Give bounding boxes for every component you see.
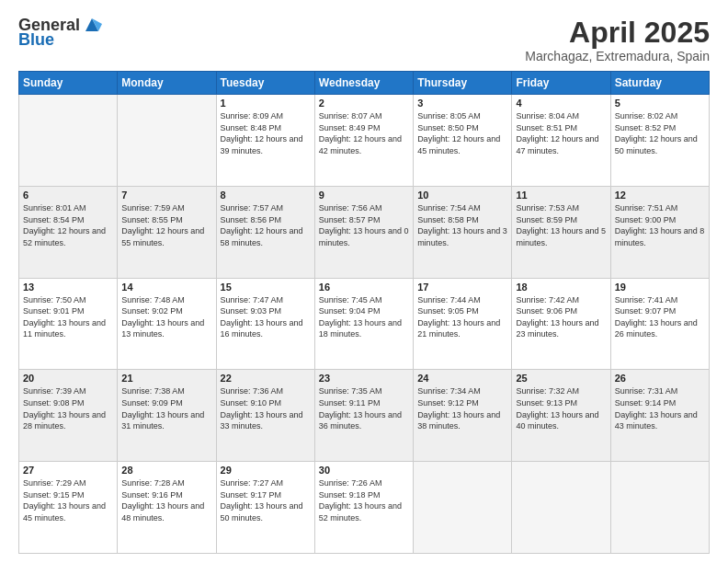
day-number: 4 [516, 98, 606, 109]
title-block: April 2025 Marchagaz, Extremadura, Spain [525, 17, 710, 63]
day-info: Sunrise: 7:53 AMSunset: 8:59 PMDaylight:… [516, 202, 606, 248]
day-info: Sunrise: 7:56 AMSunset: 8:57 PMDaylight:… [319, 202, 409, 248]
day-info: Sunrise: 7:47 AMSunset: 9:03 PMDaylight:… [221, 294, 311, 340]
calendar-cell: 26Sunrise: 7:31 AMSunset: 9:14 PMDayligh… [610, 370, 709, 462]
day-number: 5 [615, 98, 705, 109]
month-year: April 2025 [525, 17, 710, 49]
calendar-day-header: Sunday [19, 72, 118, 95]
day-info: Sunrise: 8:05 AMSunset: 8:50 PMDaylight:… [417, 110, 507, 156]
calendar-week-row: 27Sunrise: 7:29 AMSunset: 9:15 PMDayligh… [19, 462, 710, 554]
calendar-cell: 11Sunrise: 7:53 AMSunset: 8:59 PMDayligh… [512, 186, 610, 278]
calendar-cell: 28Sunrise: 7:28 AMSunset: 9:16 PMDayligh… [118, 462, 216, 554]
calendar-cell: 5Sunrise: 8:02 AMSunset: 8:52 PMDaylight… [610, 95, 709, 187]
calendar-week-row: 13Sunrise: 7:50 AMSunset: 9:01 PMDayligh… [19, 278, 710, 370]
calendar-cell: 27Sunrise: 7:29 AMSunset: 9:15 PMDayligh… [19, 462, 118, 554]
page: General Blue April 2025 Marchagaz, Extre… [0, 0, 728, 563]
day-info: Sunrise: 7:28 AMSunset: 9:16 PMDaylight:… [121, 477, 211, 523]
calendar-cell [512, 462, 610, 554]
day-number: 14 [121, 282, 211, 293]
logo-blue-text: Blue [18, 31, 54, 50]
day-info: Sunrise: 8:01 AMSunset: 8:54 PMDaylight:… [23, 202, 113, 248]
day-info: Sunrise: 8:02 AMSunset: 8:52 PMDaylight:… [615, 110, 705, 156]
day-number: 20 [23, 373, 113, 384]
day-number: 7 [121, 190, 211, 201]
logo: General Blue [18, 17, 102, 50]
calendar-cell: 18Sunrise: 7:42 AMSunset: 9:06 PMDayligh… [512, 278, 610, 370]
day-number: 9 [319, 190, 409, 201]
day-info: Sunrise: 7:57 AMSunset: 8:56 PMDaylight:… [221, 202, 311, 248]
day-info: Sunrise: 7:39 AMSunset: 9:08 PMDaylight:… [23, 385, 113, 431]
calendar-table: SundayMondayTuesdayWednesdayThursdayFrid… [18, 71, 710, 554]
day-info: Sunrise: 7:26 AMSunset: 9:18 PMDaylight:… [319, 477, 409, 523]
day-number: 6 [23, 190, 113, 201]
calendar-cell: 20Sunrise: 7:39 AMSunset: 9:08 PMDayligh… [19, 370, 118, 462]
day-number: 19 [615, 282, 705, 293]
calendar-day-header: Friday [512, 72, 610, 95]
calendar-day-header: Tuesday [216, 72, 314, 95]
calendar-cell: 3Sunrise: 8:05 AMSunset: 8:50 PMDaylight… [414, 95, 512, 187]
calendar-week-row: 20Sunrise: 7:39 AMSunset: 9:08 PMDayligh… [19, 370, 710, 462]
location: Marchagaz, Extremadura, Spain [525, 49, 710, 63]
day-info: Sunrise: 7:42 AMSunset: 9:06 PMDaylight:… [516, 294, 606, 340]
day-number: 15 [221, 282, 311, 293]
calendar-cell: 14Sunrise: 7:48 AMSunset: 9:02 PMDayligh… [118, 278, 216, 370]
day-number: 25 [516, 373, 606, 384]
calendar-day-header: Wednesday [314, 72, 413, 95]
calendar-cell: 30Sunrise: 7:26 AMSunset: 9:18 PMDayligh… [314, 462, 413, 554]
day-number: 10 [417, 190, 507, 201]
day-info: Sunrise: 7:48 AMSunset: 9:02 PMDaylight:… [121, 294, 211, 340]
day-number: 16 [319, 282, 409, 293]
calendar-cell: 17Sunrise: 7:44 AMSunset: 9:05 PMDayligh… [414, 278, 512, 370]
day-number: 11 [516, 190, 606, 201]
calendar-day-header: Monday [118, 72, 216, 95]
day-info: Sunrise: 7:50 AMSunset: 9:01 PMDaylight:… [23, 294, 113, 340]
calendar-cell [19, 95, 118, 187]
day-number: 30 [319, 465, 409, 476]
day-info: Sunrise: 7:45 AMSunset: 9:04 PMDaylight:… [319, 294, 409, 340]
calendar-cell [610, 462, 709, 554]
calendar-cell: 2Sunrise: 8:07 AMSunset: 8:49 PMDaylight… [314, 95, 413, 187]
calendar-cell: 9Sunrise: 7:56 AMSunset: 8:57 PMDaylight… [314, 186, 413, 278]
calendar-cell: 15Sunrise: 7:47 AMSunset: 9:03 PMDayligh… [216, 278, 314, 370]
day-info: Sunrise: 7:32 AMSunset: 9:13 PMDaylight:… [516, 385, 606, 431]
day-number: 21 [121, 373, 211, 384]
day-number: 1 [221, 98, 311, 109]
calendar-cell: 16Sunrise: 7:45 AMSunset: 9:04 PMDayligh… [314, 278, 413, 370]
calendar-cell: 4Sunrise: 8:04 AMSunset: 8:51 PMDaylight… [512, 95, 610, 187]
calendar-cell: 29Sunrise: 7:27 AMSunset: 9:17 PMDayligh… [216, 462, 314, 554]
day-number: 27 [23, 465, 113, 476]
day-info: Sunrise: 7:44 AMSunset: 9:05 PMDaylight:… [417, 294, 507, 340]
calendar-cell: 24Sunrise: 7:34 AMSunset: 9:12 PMDayligh… [414, 370, 512, 462]
calendar-week-row: 1Sunrise: 8:09 AMSunset: 8:48 PMDaylight… [19, 95, 710, 187]
calendar-cell: 12Sunrise: 7:51 AMSunset: 9:00 PMDayligh… [610, 186, 709, 278]
calendar-header-row: SundayMondayTuesdayWednesdayThursdayFrid… [19, 72, 710, 95]
day-number: 17 [417, 282, 507, 293]
calendar-cell [118, 95, 216, 187]
day-number: 8 [221, 190, 311, 201]
day-info: Sunrise: 7:51 AMSunset: 9:00 PMDaylight:… [615, 202, 705, 248]
calendar-day-header: Thursday [414, 72, 512, 95]
day-number: 29 [221, 465, 311, 476]
day-number: 24 [417, 373, 507, 384]
calendar-cell: 13Sunrise: 7:50 AMSunset: 9:01 PMDayligh… [19, 278, 118, 370]
calendar-cell: 8Sunrise: 7:57 AMSunset: 8:56 PMDaylight… [216, 186, 314, 278]
calendar-cell [414, 462, 512, 554]
calendar-cell: 25Sunrise: 7:32 AMSunset: 9:13 PMDayligh… [512, 370, 610, 462]
day-info: Sunrise: 7:27 AMSunset: 9:17 PMDaylight:… [221, 477, 311, 523]
day-info: Sunrise: 7:36 AMSunset: 9:10 PMDaylight:… [221, 385, 311, 431]
day-number: 13 [23, 282, 113, 293]
day-info: Sunrise: 7:34 AMSunset: 9:12 PMDaylight:… [417, 385, 507, 431]
day-info: Sunrise: 7:54 AMSunset: 8:58 PMDaylight:… [417, 202, 507, 248]
calendar-cell: 22Sunrise: 7:36 AMSunset: 9:10 PMDayligh… [216, 370, 314, 462]
calendar-week-row: 6Sunrise: 8:01 AMSunset: 8:54 PMDaylight… [19, 186, 710, 278]
day-info: Sunrise: 8:04 AMSunset: 8:51 PMDaylight:… [516, 110, 606, 156]
day-info: Sunrise: 7:31 AMSunset: 9:14 PMDaylight:… [615, 385, 705, 431]
calendar-cell: 23Sunrise: 7:35 AMSunset: 9:11 PMDayligh… [314, 370, 413, 462]
header: General Blue April 2025 Marchagaz, Extre… [18, 17, 710, 63]
calendar-day-header: Saturday [610, 72, 709, 95]
calendar-cell: 7Sunrise: 7:59 AMSunset: 8:55 PMDaylight… [118, 186, 216, 278]
day-info: Sunrise: 7:35 AMSunset: 9:11 PMDaylight:… [319, 385, 409, 431]
calendar-cell: 10Sunrise: 7:54 AMSunset: 8:58 PMDayligh… [414, 186, 512, 278]
day-info: Sunrise: 8:07 AMSunset: 8:49 PMDaylight:… [319, 110, 409, 156]
day-info: Sunrise: 7:29 AMSunset: 9:15 PMDaylight:… [23, 477, 113, 523]
